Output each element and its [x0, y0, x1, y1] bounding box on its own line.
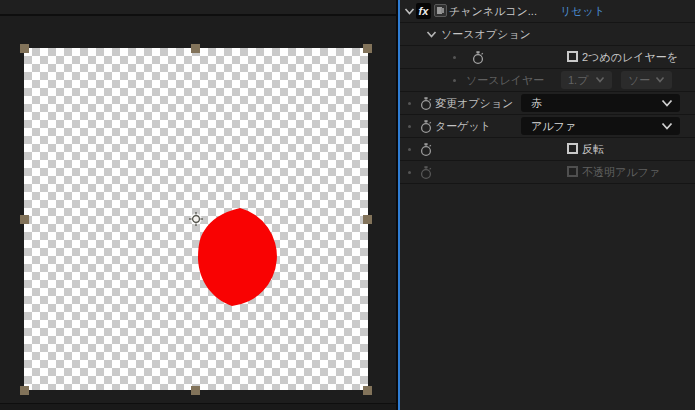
handle-bottom-right[interactable]: [363, 386, 372, 395]
reset-link[interactable]: リセット: [560, 0, 605, 22]
handle-top-left[interactable]: [20, 44, 29, 53]
source-layer-label: ソースレイヤー: [466, 69, 544, 91]
viewer-bottom-bar: [0, 403, 396, 410]
target-label: ターゲット: [435, 115, 491, 137]
effect-header-row: fx チャンネルコン... リセット: [400, 0, 695, 23]
use-second-layer-label: 2つめのレイヤーを: [582, 46, 678, 68]
stopwatch-icon[interactable]: [419, 165, 433, 180]
opaque-alpha-label: 不透明アルファ: [582, 161, 660, 183]
handle-top-middle[interactable]: [191, 44, 200, 53]
use-second-layer-checkbox[interactable]: [567, 51, 578, 62]
chevron-down-icon: [655, 76, 665, 84]
keyframe-dot: [453, 79, 456, 82]
handle-bottom-middle[interactable]: [191, 386, 200, 395]
collapse-group-icon[interactable]: [426, 30, 437, 39]
source-layer-dropdown[interactable]: 1.プ: [561, 71, 612, 89]
red-shape-path[interactable]: [198, 208, 277, 306]
invert-checkbox[interactable]: [567, 143, 578, 154]
keyframe-dot: [408, 125, 411, 128]
after-effects-window: fx チャンネルコン... リセット ソースオプション 2つめのレイヤーを: [0, 0, 695, 410]
effect-icon: [434, 4, 447, 17]
source-channel-dropdown[interactable]: ソー: [621, 71, 672, 89]
stopwatch-icon[interactable]: [471, 50, 485, 65]
composition-viewer[interactable]: [0, 0, 396, 410]
change-options-dropdown[interactable]: 赤: [521, 94, 680, 112]
invert-row: 反転: [400, 138, 695, 161]
keyframe-dot: [408, 171, 411, 174]
red-shape-layer[interactable]: [190, 200, 285, 312]
keyframe-dot: [453, 56, 456, 59]
keyframe-dot: [408, 102, 411, 105]
source-layer-row: ソースレイヤー 1.プ ソー: [400, 69, 695, 92]
source-options-group-row: ソースオプション: [400, 23, 695, 46]
stopwatch-icon[interactable]: [419, 119, 433, 134]
group-label: ソースオプション: [441, 23, 531, 45]
effect-controls-panel: fx チャンネルコン... リセット ソースオプション 2つめのレイヤーを: [400, 0, 695, 410]
opaque-alpha-checkbox[interactable]: [567, 166, 578, 177]
stopwatch-icon[interactable]: [419, 142, 433, 157]
opaque-alpha-row: 不透明アルファ: [400, 161, 695, 184]
viewer-top-strip: [0, 0, 396, 14]
anchor-point-icon[interactable]: [188, 211, 204, 227]
keyframe-dot: [408, 148, 411, 151]
handle-middle-left[interactable]: [20, 215, 29, 224]
effect-title[interactable]: チャンネルコン...: [449, 0, 537, 22]
chevron-down-icon: [661, 122, 673, 131]
chevron-down-icon: [595, 76, 605, 84]
use-second-layer-row: 2つめのレイヤーを: [400, 46, 695, 69]
target-dropdown[interactable]: アルファ: [521, 117, 680, 135]
target-row: ターゲット アルファ: [400, 115, 695, 138]
viewer-top-divider: [0, 14, 396, 16]
change-options-row: 変更オプション 赤: [400, 92, 695, 115]
stopwatch-icon[interactable]: [419, 96, 433, 111]
handle-bottom-left[interactable]: [20, 386, 29, 395]
change-options-label: 変更オプション: [435, 92, 513, 114]
collapse-effect-icon[interactable]: [404, 7, 415, 16]
handle-middle-right[interactable]: [363, 215, 372, 224]
fx-enabled-badge[interactable]: fx: [416, 3, 431, 19]
invert-label: 反転: [582, 138, 604, 160]
chevron-down-icon: [661, 99, 673, 108]
handle-top-right[interactable]: [363, 44, 372, 53]
